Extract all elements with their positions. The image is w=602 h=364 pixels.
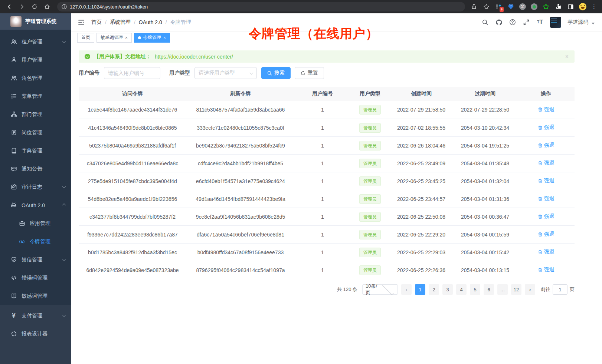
browser-menu-icon[interactable]: ⋮ xyxy=(591,3,597,10)
browser-home-icon[interactable] xyxy=(42,2,52,11)
page-button-6[interactable]: 6 xyxy=(484,284,494,295)
tab-敏感词管理[interactable]: 敏感词管理× xyxy=(96,33,132,43)
tab-close-icon[interactable]: × xyxy=(125,35,128,40)
breadcrumb-oauth[interactable]: OAuth 2.0 xyxy=(139,19,162,25)
page-button-3[interactable]: 3 xyxy=(442,284,453,295)
sidebar-item-支付管理[interactable]: ¥支付管理 xyxy=(0,307,71,325)
breadcrumb-system[interactable]: 系统管理 xyxy=(110,19,131,26)
sidebar-item-label: OAuth 2.0 xyxy=(22,202,63,208)
force-logout-button[interactable]: 强退 xyxy=(538,213,554,220)
extension-command-icon[interactable]: ⌘ xyxy=(519,3,526,10)
chevron-down-icon xyxy=(62,313,66,317)
force-logout-button[interactable]: 强退 xyxy=(538,124,554,131)
user-type-cell: 管理员 xyxy=(350,176,390,186)
sidebar-item-通知公告[interactable]: 通知公告 xyxy=(0,160,71,178)
expire-time-cell: 2054-03-10 20:42:34 xyxy=(453,125,517,131)
collapse-sidebar-icon[interactable] xyxy=(77,18,85,26)
access-token-cell: c347026e805e4d99b0d116eae66eda8c xyxy=(79,161,186,166)
sidebar-item-字典管理[interactable]: 字典管理 xyxy=(0,142,71,160)
search-icon[interactable] xyxy=(481,19,489,26)
access-token-cell: f9336e7c7dd242a283ee98dc86b17a87 xyxy=(79,232,186,238)
force-logout-button[interactable]: 强退 xyxy=(538,231,554,238)
force-logout-button[interactable]: 强退 xyxy=(538,195,554,202)
sidebar-item-敏感词管理[interactable]: 敏感词管理 xyxy=(0,287,71,305)
url-text[interactable]: 127.0.0.1:1024/system/oauth2/token xyxy=(70,4,148,10)
page-button-2[interactable]: 2 xyxy=(429,284,439,295)
user-id-input[interactable] xyxy=(108,70,156,76)
url-bar[interactable]: 127.0.0.1:1024/system/oauth2/token xyxy=(57,2,465,11)
sidebar-item-部门管理[interactable]: 部门管理 xyxy=(0,105,71,123)
fullscreen-icon[interactable] xyxy=(523,19,530,26)
alert-doc-link[interactable]: https://doc.iocoder.cn/user-center/ xyxy=(155,54,233,60)
user-avatar[interactable] xyxy=(550,17,561,28)
prev-page-button[interactable]: ‹ xyxy=(401,284,412,295)
force-logout-button[interactable]: 强退 xyxy=(538,267,554,273)
reset-button[interactable]: 重置 xyxy=(295,67,324,79)
search-button[interactable]: 搜索 xyxy=(261,67,291,79)
extension-gem-icon[interactable] xyxy=(507,3,514,10)
browser-back-icon[interactable] xyxy=(4,2,14,11)
page-button-4[interactable]: 4 xyxy=(456,284,467,295)
sidebar-item-用户管理[interactable]: 用户管理 xyxy=(0,51,71,69)
sidebar-item-令牌管理[interactable]: 令牌管理 xyxy=(0,232,71,251)
sidebar-item-角色管理[interactable]: 角色管理 xyxy=(0,69,71,87)
profile-avatar-icon[interactable] xyxy=(579,3,586,10)
sidebar-item-应用管理[interactable]: 应用管理 xyxy=(0,214,71,232)
user-type-cell: 管理员 xyxy=(350,212,390,222)
force-logout-button[interactable]: 强退 xyxy=(538,142,554,149)
browser-forward-icon[interactable] xyxy=(17,2,27,11)
page-button-5[interactable]: 5 xyxy=(470,284,480,295)
chevron-down-icon xyxy=(62,257,66,261)
sidebar-item-审计日志[interactable]: 审计日志 xyxy=(0,178,71,196)
tab-令牌管理[interactable]: 令牌管理× xyxy=(134,33,170,43)
next-page-button[interactable]: › xyxy=(525,284,535,295)
expire-time-cell: 2022-07-29 22:28:50 xyxy=(453,107,517,113)
sidebar-item-短信管理[interactable]: 短信管理 xyxy=(0,251,71,269)
tab-close-icon[interactable]: × xyxy=(163,35,166,40)
side-panel-icon[interactable] xyxy=(567,3,574,10)
dept-icon xyxy=(10,111,17,118)
font-size-icon[interactable]: TT xyxy=(536,19,544,26)
force-logout-button[interactable]: 强退 xyxy=(538,106,554,113)
audit-icon xyxy=(10,184,17,191)
alert-close-icon[interactable]: × xyxy=(565,53,569,60)
user-menu-caret-icon[interactable] xyxy=(592,23,595,24)
active-tab-dot xyxy=(138,36,141,39)
user-id-cell: 1 xyxy=(295,107,350,113)
sidebar-item-岗位管理[interactable]: 岗位管理 xyxy=(0,123,71,142)
share-icon[interactable] xyxy=(470,3,478,10)
sidebar-item-label: 字典管理 xyxy=(22,148,65,154)
extension-tampermonkey-icon[interactable]: 9 xyxy=(495,3,502,10)
errcode-icon xyxy=(10,275,17,281)
page-button-12[interactable]: 12 xyxy=(511,284,521,295)
extension-star-icon[interactable] xyxy=(542,3,550,10)
sidebar-item-菜单管理[interactable]: 菜单管理 xyxy=(0,87,71,105)
user-type-select[interactable]: 请选择用户类型 xyxy=(194,67,257,79)
goto-page-input[interactable] xyxy=(553,284,567,295)
user-name[interactable]: 芋道源码 xyxy=(567,19,588,26)
user-type-cell: 管理员 xyxy=(350,248,390,257)
github-icon[interactable] xyxy=(495,19,503,26)
tab-首页[interactable]: 首页 xyxy=(77,33,94,43)
app-logo-bar[interactable]: 芋道管理系统 xyxy=(0,13,71,30)
bookmark-star-icon[interactable] xyxy=(482,3,490,10)
page-button-1[interactable]: 1 xyxy=(415,284,425,295)
force-logout-button[interactable]: 强退 xyxy=(538,178,554,184)
extension-recorder-icon[interactable] xyxy=(531,3,537,10)
extension-puzzle-icon[interactable] xyxy=(554,3,562,10)
sidebar-item-错误码管理[interactable]: 错误码管理 xyxy=(0,269,71,287)
sidebar-item-报表设计器[interactable]: 报表设计器 xyxy=(0,325,71,343)
breadcrumb-home[interactable]: 首页 xyxy=(91,19,102,26)
created-time-cell: 2022-07-02 18:55:55 xyxy=(390,125,453,131)
force-logout-button[interactable]: 强退 xyxy=(538,160,554,166)
more-pages-button[interactable]: … xyxy=(497,284,508,295)
force-logout-button[interactable]: 强退 xyxy=(538,249,554,255)
refresh-token-cell: b0df4980ffd34c67a08f9156e4eee733 xyxy=(186,249,295,255)
sidebar-item-租户管理[interactable]: 租户管理 xyxy=(0,33,71,51)
site-info-icon[interactable] xyxy=(62,4,67,9)
page-size-select[interactable]: 10条/页 xyxy=(362,284,398,295)
browser-reload-icon[interactable] xyxy=(30,2,39,11)
help-icon[interactable] xyxy=(509,19,516,26)
sidebar-item-OAuth 2.0[interactable]: OAuth 2.0 xyxy=(0,196,71,214)
navbar-tools: TT 芋道源码 xyxy=(481,17,595,28)
